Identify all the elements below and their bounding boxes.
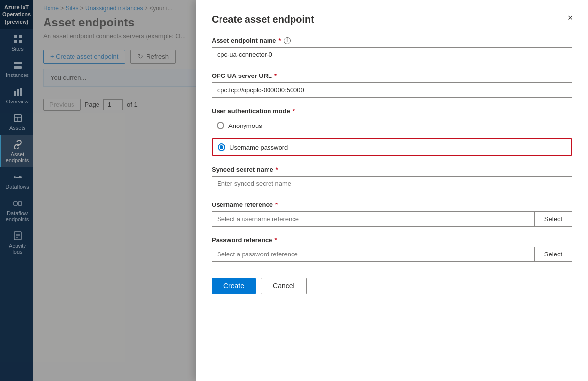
password-ref-label: Password reference * (212, 236, 572, 244)
username-ref-input-group: Select (212, 211, 572, 227)
endpoint-name-input[interactable] (212, 47, 572, 62)
required-indicator-6: * (275, 236, 277, 244)
modal-panel: Create asset endpoint × Asset endpoint n… (196, 0, 588, 381)
modal-footer: Create Cancel (212, 278, 572, 294)
radio-circle-anonymous (217, 122, 224, 129)
password-ref-input[interactable] (212, 247, 535, 262)
cancel-button[interactable]: Cancel (261, 278, 307, 294)
create-button[interactable]: Create (212, 278, 256, 294)
modal-backdrop: Create asset endpoint × Asset endpoint n… (0, 0, 588, 381)
password-ref-field: Password reference * Select (212, 236, 572, 262)
username-ref-select-button[interactable]: Select (535, 211, 572, 227)
auth-mode-field: User authentication mode * Anonymous Use… (212, 107, 572, 156)
required-indicator: * (278, 37, 281, 44)
server-url-field: OPC UA server URL * (212, 72, 572, 98)
synced-secret-field: Synced secret name * (212, 166, 572, 191)
username-ref-field: Username reference * Select (212, 201, 572, 227)
close-button[interactable]: × (563, 10, 578, 25)
synced-secret-label: Synced secret name * (212, 166, 572, 173)
password-ref-input-group: Select (212, 247, 572, 262)
radio-username-password[interactable]: Username password (212, 138, 572, 156)
required-indicator-2: * (274, 72, 277, 79)
radio-anonymous[interactable]: Anonymous (212, 118, 572, 133)
server-url-input[interactable] (212, 82, 572, 98)
required-indicator-4: * (276, 166, 278, 173)
server-url-label: OPC UA server URL * (212, 72, 572, 79)
synced-secret-input[interactable] (212, 176, 572, 191)
required-indicator-5: * (275, 201, 278, 208)
endpoint-name-field: Asset endpoint name * i (212, 37, 572, 62)
radio-label-username-password: Username password (229, 144, 288, 151)
required-indicator-3: * (293, 107, 295, 115)
auth-mode-radio-group: Anonymous Username password (212, 118, 572, 156)
info-icon[interactable]: i (284, 37, 291, 44)
radio-label-anonymous: Anonymous (228, 122, 262, 129)
username-ref-input[interactable] (212, 211, 535, 227)
password-ref-select-button[interactable]: Select (535, 247, 572, 262)
modal-title: Create asset endpoint (212, 14, 572, 25)
radio-circle-username-password (218, 143, 225, 151)
auth-mode-label: User authentication mode * (212, 107, 572, 115)
endpoint-name-label: Asset endpoint name * i (212, 37, 572, 44)
username-ref-label: Username reference * (212, 201, 572, 208)
